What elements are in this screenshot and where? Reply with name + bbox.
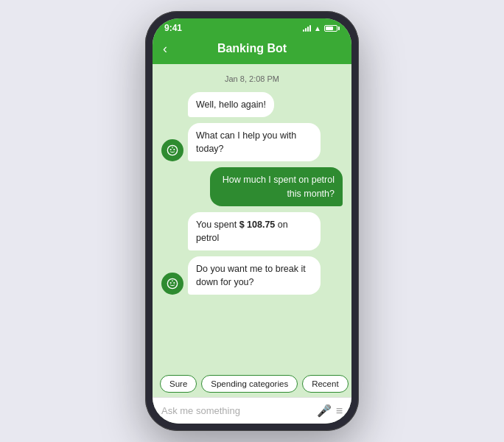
signal-icon [303, 24, 311, 32]
bot-bubble: What can I help you with today? [188, 123, 321, 161]
message-row: Do you want me to break it down for you? [161, 256, 343, 295]
bot-icon [167, 144, 178, 156]
status-bar: 9:41 ▲ [153, 18, 351, 36]
svg-point-8 [172, 280, 172, 281]
menu-icon[interactable]: ≡ [336, 404, 343, 418]
message-text: Do you want me to break it down for you? [196, 264, 306, 287]
chat-area: Jan 8, 2:08 PM Well, hello again! [153, 64, 351, 371]
quick-reply-spending[interactable]: Spending categories [201, 375, 298, 393]
input-bar: Ask me something 🎤 ≡ [153, 397, 351, 424]
bot-avatar [161, 273, 183, 295]
chat-input-placeholder[interactable]: Ask me something [161, 405, 311, 416]
message-text: How much I spent on petrol this month? [223, 175, 335, 198]
svg-point-6 [170, 282, 172, 284]
status-icons: ▲ [303, 24, 340, 32]
quick-replies-bar: Sure Spending categories Recent [153, 371, 351, 397]
bot-bubble: Well, hello again! [188, 92, 274, 117]
message-row: Well, hello again! [161, 92, 343, 117]
mic-icon[interactable]: 🎤 [317, 404, 332, 418]
wifi-icon: ▲ [314, 24, 321, 32]
status-time: 9:41 [164, 23, 182, 33]
phone-screen: 9:41 ▲ ‹ Banking Bot [153, 18, 351, 424]
quick-reply-recent[interactable]: Recent [302, 375, 348, 393]
user-bubble: How much I spent on petrol this month? [210, 167, 343, 206]
header-title: Banking Bot [217, 42, 287, 55]
message-row: You spent $ 108.75 on petrol [161, 212, 343, 250]
quick-reply-sure[interactable]: Sure [160, 375, 197, 393]
svg-point-2 [173, 149, 175, 150]
message-text: You spent $ 108.75 on petrol [196, 220, 288, 243]
message-row: How much I spent on petrol this month? [161, 167, 343, 206]
input-icons: 🎤 ≡ [317, 404, 343, 418]
svg-point-3 [172, 147, 172, 147]
bot-avatar [161, 139, 183, 161]
message-text: Well, hello again! [196, 99, 266, 110]
bot-bubble: Do you want me to break it down for you? [188, 256, 321, 295]
svg-point-7 [173, 282, 175, 284]
phone-frame: 9:41 ▲ ‹ Banking Bot [145, 11, 359, 431]
message-text: What can I help you with today? [196, 130, 296, 154]
message-row: What can I help you with today? [161, 123, 343, 161]
bot-bubble: You spent $ 108.75 on petrol [188, 212, 321, 250]
back-button[interactable]: ‹ [163, 41, 167, 57]
chat-header: ‹ Banking Bot [153, 36, 351, 64]
amount: $ 108.75 [239, 220, 276, 230]
svg-point-1 [170, 149, 172, 150]
chat-timestamp: Jan 8, 2:08 PM [161, 74, 343, 83]
battery-icon [324, 25, 340, 32]
bot-icon [167, 278, 178, 290]
